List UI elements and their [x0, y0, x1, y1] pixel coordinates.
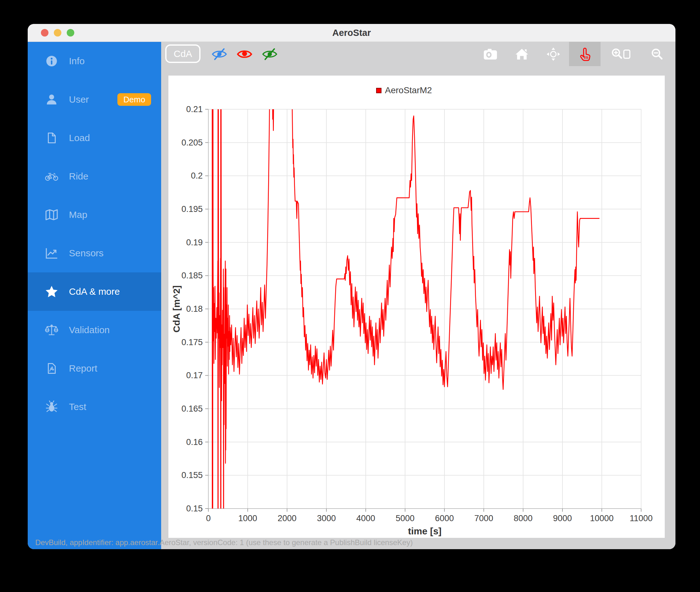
- sidebar-item-label: User: [69, 94, 89, 105]
- home-view-button[interactable]: [506, 42, 538, 66]
- sidebar-item-label: Info: [69, 56, 85, 66]
- chart-line-icon: [45, 246, 59, 260]
- y-tick-label: 0.185: [181, 271, 203, 280]
- x-tick-label: 4000: [356, 513, 375, 523]
- app-window: AeroStar InfoUserDemoLoadRideMapSensorsC…: [28, 24, 676, 549]
- y-tick-label: 0.175: [181, 338, 203, 347]
- close-button[interactable]: [41, 29, 49, 37]
- content-area: 0100020003000400050006000700080009000100…: [161, 66, 676, 549]
- y-tick-label: 0.21: [186, 105, 203, 114]
- legend-label: AeroStarM2: [385, 85, 432, 95]
- x-tick-label: 5000: [396, 513, 415, 523]
- y-tick-label: 0.18: [186, 304, 203, 314]
- sidebar-item-map[interactable]: Map: [28, 196, 161, 234]
- y-tick-label: 0.17: [186, 371, 203, 380]
- fullscreen-button[interactable]: [67, 29, 74, 37]
- y-tick-label: 0.16: [186, 437, 203, 447]
- info-icon: [45, 54, 59, 68]
- file-icon: [45, 131, 59, 145]
- x-tick-label: 10000: [590, 513, 613, 523]
- sidebar-item-test[interactable]: Test: [28, 388, 161, 426]
- snapshot-button[interactable]: [475, 42, 506, 66]
- zoom-box-button[interactable]: [600, 42, 641, 66]
- eye-icon: [237, 48, 253, 60]
- x-tick-label: 9000: [553, 513, 572, 523]
- star-icon: [45, 285, 59, 299]
- sidebar-item-label: Report: [69, 363, 97, 374]
- traffic-lights: [41, 24, 74, 42]
- bug-icon: [45, 400, 59, 414]
- x-tick-label: 2000: [278, 513, 297, 523]
- balance-scale-icon: [45, 323, 59, 337]
- build-info-text: DevBuild, appIdentifier: app.aerostar.Ae…: [35, 538, 413, 547]
- sidebar-item-sensors[interactable]: Sensors: [28, 234, 161, 273]
- plot-toolbar: CdA: [161, 42, 676, 67]
- sidebar: InfoUserDemoLoadRideMapSensorsCdA & more…: [28, 42, 161, 549]
- sidebar-item-label: Validation: [69, 325, 110, 335]
- x-tick-label: 11000: [630, 513, 652, 523]
- bicycle-icon: [45, 169, 59, 183]
- sidebar-item-user[interactable]: UserDemo: [28, 80, 161, 119]
- plot-view-tools: [475, 42, 673, 66]
- chart-panel: 0100020003000400050006000700080009000100…: [168, 76, 665, 538]
- series-visibility-group: [207, 42, 282, 66]
- x-tick-label: 6000: [435, 513, 454, 523]
- chart-plot-area[interactable]: [208, 109, 641, 508]
- y-tick-label: 0.15: [186, 504, 203, 513]
- file-pdf-icon: [45, 361, 59, 375]
- zoom-in-box-icon: [611, 48, 631, 60]
- legend: AeroStarM2: [376, 85, 432, 95]
- sidebar-item-validation[interactable]: Validation: [28, 311, 161, 349]
- eye-off-icon: [212, 48, 227, 60]
- y-tick-label: 0.195: [181, 204, 203, 214]
- zoom-out-icon: [651, 48, 663, 60]
- move-icon: [546, 47, 560, 61]
- demo-badge: Demo: [117, 93, 151, 106]
- sidebar-item-label: Map: [69, 209, 87, 220]
- y-tick-label: 0.155: [181, 471, 203, 480]
- x-axis-label: time [s]: [408, 526, 442, 536]
- y-tick-label: 0.165: [181, 404, 203, 413]
- sidebar-item-report[interactable]: Report: [28, 349, 161, 388]
- sidebar-item-info[interactable]: Info: [28, 42, 161, 80]
- cda-button[interactable]: CdA: [165, 44, 201, 63]
- hand-icon: [578, 47, 591, 61]
- cda-chart[interactable]: 0100020003000400050006000700080009000100…: [168, 76, 665, 538]
- x-tick-label: 1000: [238, 513, 257, 523]
- toggle-series-red-button[interactable]: [232, 48, 257, 60]
- x-tick-label: 0: [206, 513, 211, 523]
- minimize-button[interactable]: [54, 29, 61, 37]
- sidebar-item-label: Ride: [69, 171, 89, 182]
- eye-off-icon: [262, 48, 278, 60]
- window-title: AeroStar: [332, 28, 371, 38]
- titlebar: AeroStar: [28, 24, 676, 42]
- home-icon: [515, 48, 529, 60]
- y-tick-label: 0.205: [181, 138, 203, 147]
- y-tick-label: 0.2: [191, 171, 203, 181]
- sidebar-item-label: CdA & more: [69, 286, 120, 297]
- move-view-button[interactable]: [538, 42, 569, 66]
- y-tick-label: 0.19: [186, 238, 203, 247]
- y-axis-label: CdA [m^2]: [171, 285, 181, 333]
- sidebar-item-cda-more[interactable]: CdA & more: [28, 273, 161, 311]
- x-tick-label: 7000: [474, 513, 493, 523]
- sidebar-item-label: Sensors: [69, 248, 104, 258]
- sidebar-item-ride[interactable]: Ride: [28, 157, 161, 196]
- user-icon: [45, 93, 59, 106]
- x-tick-label: 8000: [514, 513, 533, 523]
- sidebar-item-label: Load: [69, 133, 90, 143]
- toggle-series-green-button[interactable]: [257, 48, 282, 60]
- sidebar-item-label: Test: [69, 401, 86, 412]
- sidebar-item-load[interactable]: Load: [28, 119, 161, 157]
- x-tick-label: 3000: [317, 513, 336, 523]
- pan-tool-button[interactable]: [569, 42, 600, 66]
- zoom-out-button[interactable]: [641, 42, 673, 66]
- map-icon: [45, 208, 59, 222]
- toggle-series-blue-button[interactable]: [207, 48, 232, 60]
- camera-icon: [483, 48, 498, 60]
